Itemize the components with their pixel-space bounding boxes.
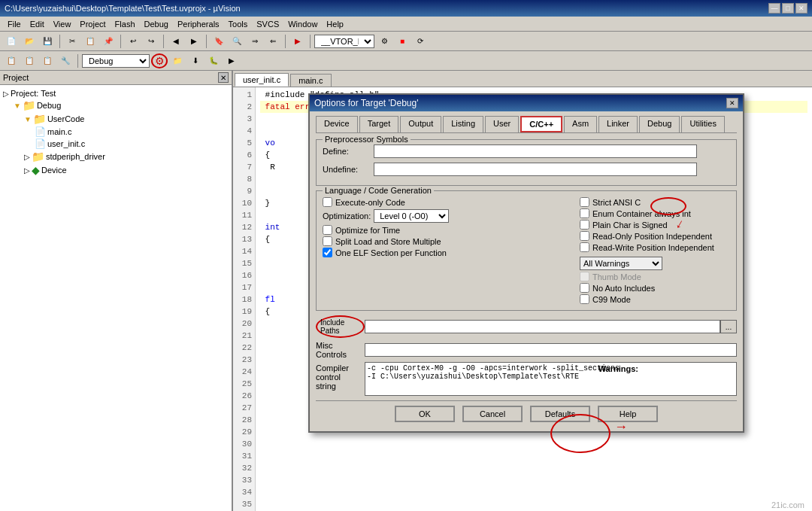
read-only-pos-check[interactable]: [580, 231, 589, 241]
options-dialog: Options for Target 'Debug' ✕ Device Targ…: [308, 93, 744, 433]
include-browse-button[interactable]: ...: [720, 320, 737, 333]
copy-button[interactable]: 📋: [82, 34, 98, 49]
debug-btn[interactable]: 🐛: [205, 53, 222, 68]
plain-char-label: Plain Char is Signed: [592, 221, 668, 230]
tab-asm[interactable]: Asm: [564, 116, 597, 132]
tree-device[interactable]: ▷ ◆ Device: [3, 163, 229, 177]
optimize-time-check[interactable]: [323, 225, 332, 235]
include-paths-input[interactable]: [365, 320, 720, 333]
strict-ansi-check[interactable]: [580, 197, 589, 207]
build-button[interactable]: ▶: [289, 34, 306, 49]
preprocessor-legend: Preprocessor Symbols: [323, 135, 411, 144]
start-btn[interactable]: ▶: [223, 53, 240, 68]
compiler-string-textarea[interactable]: -c -cpu Cortex-M0 -g -O0 -apcs=interwork…: [365, 362, 737, 396]
undefine-input[interactable]: [374, 163, 697, 176]
compiler-string-label: Compiler control string: [316, 362, 365, 391]
stdperiph-folder-icon: 📁: [32, 151, 44, 163]
enum-container-check[interactable]: [580, 208, 589, 218]
tab-cc[interactable]: C/C++: [520, 116, 562, 132]
split-load-check[interactable]: [323, 236, 332, 246]
download-btn[interactable]: ⬇: [187, 53, 204, 68]
tab-linker[interactable]: Linker: [598, 116, 638, 132]
no-auto-check[interactable]: [580, 283, 589, 293]
tb2-btn3[interactable]: 📋: [39, 53, 56, 68]
cut-button[interactable]: ✂: [64, 34, 80, 49]
outdent-button[interactable]: ⇐: [265, 34, 281, 49]
tab-device[interactable]: Device: [316, 116, 358, 132]
execute-only-check[interactable]: [323, 197, 332, 207]
undo-button[interactable]: ↩: [125, 34, 141, 49]
menu-edit[interactable]: Edit: [26, 18, 49, 30]
ok-button[interactable]: OK: [395, 406, 455, 422]
project-panel: Project ✕ ▷ Project: Test ▼ 📁 Debug ▼ 📁 …: [0, 71, 233, 511]
debug-label: Debug: [37, 101, 61, 110]
misc-controls-input[interactable]: [365, 343, 737, 357]
tab-listing[interactable]: Listing: [443, 116, 483, 132]
menu-debug[interactable]: Debug: [140, 18, 173, 30]
tb2-btn1[interactable]: 📋: [3, 53, 20, 68]
panel-close-button[interactable]: ✕: [218, 72, 229, 83]
plain-char-row: Plain Char is Signed: [580, 220, 730, 230]
new-file-button[interactable]: 📄: [3, 34, 20, 49]
target-dropdown[interactable]: __VTOR_PRESENT: [314, 35, 374, 48]
menu-project[interactable]: Project: [75, 18, 110, 30]
menu-tools[interactable]: Tools: [224, 18, 253, 30]
watermark: 21ic.com: [771, 500, 804, 509]
tree-debug[interactable]: ▼ 📁 Debug: [3, 99, 229, 112]
c99-label: C99 Mode: [592, 295, 631, 304]
menu-svcs[interactable]: SVCS: [252, 18, 283, 30]
back-button[interactable]: ◀: [168, 34, 184, 49]
config-dropdown[interactable]: Debug: [82, 54, 150, 68]
save-button[interactable]: 💾: [39, 34, 56, 49]
menu-file[interactable]: File: [3, 18, 26, 30]
tree-usercode[interactable]: ▼ 📁 UserCode: [3, 112, 229, 126]
menu-peripherals[interactable]: Peripherals: [173, 18, 224, 30]
tab-utilities[interactable]: Utilities: [681, 116, 724, 132]
plain-char-check[interactable]: [580, 220, 589, 230]
tree-stdperiph[interactable]: ▷ 📁 stdperiph_driver: [3, 150, 229, 163]
paste-button[interactable]: 📌: [100, 34, 117, 49]
toolbar-2: 📋 📋 📋 🔧 Debug ⚙ 📁 ⬇ 🐛 ▶: [0, 51, 812, 71]
tree-user-init[interactable]: 📄 user_init.c: [3, 138, 229, 150]
run-button[interactable]: ⚙: [376, 34, 392, 49]
find-button[interactable]: 🔍: [229, 34, 245, 49]
c99-check[interactable]: [580, 294, 589, 304]
help-button[interactable]: Help: [598, 406, 658, 422]
indent-button[interactable]: ⇒: [247, 34, 263, 49]
optimization-select[interactable]: Level 0 (-O0): [374, 209, 449, 223]
manage-btn[interactable]: 📁: [169, 53, 186, 68]
tab-user[interactable]: User: [485, 116, 519, 132]
thumb-mode-check[interactable]: [580, 272, 589, 281]
tree-project-root[interactable]: ▷ Project: Test: [3, 88, 229, 99]
redo-button[interactable]: ↪: [143, 34, 159, 49]
tab-output[interactable]: Output: [400, 116, 441, 132]
reset-button[interactable]: ⟳: [412, 34, 429, 49]
tab-debug[interactable]: Debug: [639, 116, 680, 132]
menu-help[interactable]: Help: [322, 18, 348, 30]
minimize-button[interactable]: —: [768, 3, 780, 14]
tree-mainc[interactable]: 📄 main.c: [3, 126, 229, 138]
warnings-select[interactable]: All Warnings: [580, 257, 662, 270]
title-bar: C:\Users\yuzaishui\Desktop\Template\Test…: [0, 0, 812, 17]
tab-target[interactable]: Target: [359, 116, 399, 132]
stop-button[interactable]: ■: [394, 34, 411, 49]
defaults-button[interactable]: Defaults: [530, 406, 590, 422]
dialog-close-button[interactable]: ✕: [726, 98, 738, 108]
one-elf-check[interactable]: [323, 248, 332, 257]
tb2-btn4[interactable]: 🔧: [57, 53, 74, 68]
separator-1: [59, 35, 60, 48]
menu-flash[interactable]: Flash: [111, 18, 140, 30]
menu-window[interactable]: Window: [283, 18, 322, 30]
read-write-pos-check[interactable]: [580, 242, 589, 252]
target-options-button[interactable]: ⚙: [151, 53, 168, 68]
cancel-button[interactable]: Cancel: [462, 406, 523, 422]
forward-button[interactable]: ▶: [186, 34, 202, 49]
menu-view[interactable]: View: [49, 18, 76, 30]
define-input[interactable]: [374, 144, 697, 158]
maximize-button[interactable]: □: [782, 3, 794, 14]
misc-controls-label: Misc Controls: [316, 341, 365, 359]
bookmark-button[interactable]: 🔖: [211, 34, 227, 49]
open-button[interactable]: 📂: [21, 34, 38, 49]
close-button[interactable]: ✕: [795, 3, 807, 14]
tb2-btn2[interactable]: 📋: [21, 53, 38, 68]
